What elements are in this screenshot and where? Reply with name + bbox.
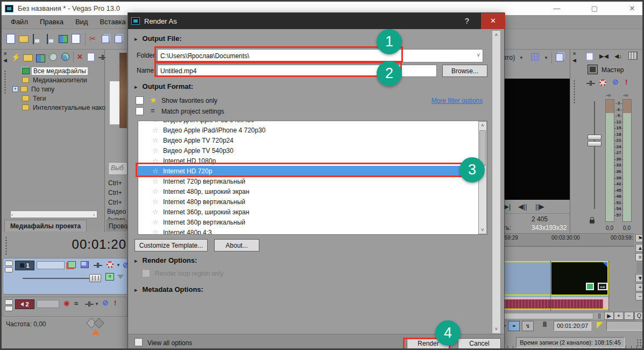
audio-track-header[interactable]: 2 ◉ ≈ ▼ ⊘ ! xyxy=(3,297,128,317)
render-as-icon[interactable] xyxy=(59,35,68,43)
previous-frame-icon[interactable]: ◀|| xyxy=(518,202,527,211)
master-bus-icon[interactable] xyxy=(588,65,598,74)
import-media-icon[interactable] xyxy=(23,54,33,61)
scroll-left-icon[interactable]: ‹ xyxy=(11,212,13,218)
arm-record-icon[interactable]: ◉ xyxy=(63,299,69,307)
preview-quality-dropdown-icon[interactable]: ▼ xyxy=(519,55,523,60)
favorite-star-icon[interactable]: ☆ xyxy=(152,177,163,185)
rate-control-icon[interactable] xyxy=(94,318,104,328)
bus-solo-icon[interactable]: ! xyxy=(625,78,627,86)
dialog-help-button[interactable]: ? xyxy=(456,13,478,29)
tree-item[interactable]: Интеллектуальные нако xyxy=(8,103,103,112)
track-composite-icon[interactable] xyxy=(81,261,89,268)
render-options-header[interactable]: Render Options: xyxy=(135,256,197,264)
menu-item[interactable]: Файл xyxy=(5,18,34,26)
solo-exclaim-icon[interactable]: ! xyxy=(114,299,116,307)
template-item[interactable]: ☆Internet 480p, широкий экран xyxy=(138,186,487,197)
panel-close-icon[interactable]: ✕ xyxy=(3,52,8,57)
grid-overlay-icon[interactable] xyxy=(531,53,539,61)
customize-template-button[interactable]: Customize Template... xyxy=(135,239,208,251)
view-all-options-label[interactable]: View all options xyxy=(147,339,192,347)
save-icon[interactable] xyxy=(33,34,34,44)
bus-fx-icon[interactable] xyxy=(586,81,595,86)
event-pan-crop-icon[interactable] xyxy=(586,283,594,290)
marker-triangle-icon[interactable] xyxy=(597,322,603,328)
media-properties-icon[interactable] xyxy=(87,53,95,61)
scroll-up-icon[interactable]: ˄ xyxy=(492,32,500,38)
panel-pin-icon[interactable]: ◀ xyxy=(3,58,7,63)
favorite-star-icon[interactable]: ☆ xyxy=(152,126,163,134)
zoom-tool-icon[interactable]: Q xyxy=(634,312,644,320)
fader-handle[interactable] xyxy=(588,135,601,148)
view-all-options-checkbox[interactable] xyxy=(135,338,143,346)
favorite-star-icon[interactable]: ☆ xyxy=(152,198,163,206)
close-button[interactable]: ✕ xyxy=(623,3,641,14)
restore-track-icon[interactable] xyxy=(5,306,13,311)
panel-drag-handle[interactable] xyxy=(4,70,7,95)
mixer-properties-icon[interactable] xyxy=(586,53,593,60)
zoom-out-time-icon[interactable]: − xyxy=(624,312,634,320)
panel-close-icon[interactable]: ✕ xyxy=(572,52,577,57)
template-list[interactable]: ☆Видео для Apple iPod 640x480☆Видео Appl… xyxy=(138,121,487,235)
maximize-button[interactable]: ▢ xyxy=(585,3,604,14)
show-favorites-label[interactable]: Show favorites only xyxy=(161,97,217,104)
new-project-icon[interactable] xyxy=(6,34,15,44)
media-hscrollbar[interactable] xyxy=(10,211,97,218)
template-item[interactable]: ☆Internet 480p вертикальный xyxy=(138,197,487,207)
next-frame-icon[interactable]: ||▶ xyxy=(535,202,544,211)
record-mic-icon[interactable] xyxy=(543,321,547,327)
automation-dropdown-icon[interactable]: ▼ xyxy=(116,263,121,268)
scroll-up-icon[interactable]: ▲ xyxy=(635,244,644,252)
template-item[interactable]: ☆Internet 720p вертикальный xyxy=(138,176,487,186)
downmix-icon[interactable]: ▶◀ xyxy=(599,53,608,60)
tab-project-media[interactable]: Медиафайлы проекта xyxy=(4,220,87,232)
show-favorites-checkbox[interactable] xyxy=(136,96,144,104)
vscroll-track[interactable] xyxy=(636,262,644,273)
vscroll-thumb[interactable]: ≡ xyxy=(635,253,644,261)
timeline-drag-handle[interactable] xyxy=(5,236,8,255)
panel-drag-handle[interactable] xyxy=(573,80,576,104)
scroll-right-icon[interactable]: › xyxy=(93,212,95,218)
auto-preview-icon[interactable]: ⚡ xyxy=(11,53,20,61)
timeline-ruler[interactable]: :59:2900:03:30:0000:03:59: xyxy=(502,233,634,247)
remove-media-icon[interactable]: ✕ xyxy=(77,53,83,61)
zoom-out-track-icon[interactable]: − xyxy=(635,292,644,300)
zoom-in-track-icon[interactable]: + xyxy=(635,283,644,291)
rate-marker-icon[interactable] xyxy=(92,329,100,335)
copy-snapshot-icon[interactable] xyxy=(556,53,563,61)
hscroll-thumb[interactable] xyxy=(503,313,593,319)
overlay-dropdown-icon[interactable]: ▼ xyxy=(544,55,548,60)
track1-name-field[interactable] xyxy=(37,261,65,269)
video-event[interactable]: ⊶ xyxy=(503,261,608,296)
extract-audio-icon[interactable] xyxy=(49,53,57,61)
minimize-track-icon[interactable] xyxy=(5,299,13,305)
envelope-icon[interactable]: ≈ xyxy=(74,299,78,307)
tree-item[interactable]: Все медиафайлы xyxy=(8,66,103,75)
combo-arrow-icon[interactable]: ˅ xyxy=(477,52,480,58)
favorite-star-icon[interactable]: ☆ xyxy=(152,187,163,195)
get-media-web-icon[interactable] xyxy=(61,53,69,61)
audio-event[interactable] xyxy=(503,297,608,310)
open-project-icon[interactable] xyxy=(19,36,29,43)
track-fx-icon[interactable] xyxy=(94,263,102,268)
tree-item[interactable]: Теги xyxy=(8,94,103,103)
scroll-up-icon[interactable]: ˄ xyxy=(479,123,486,128)
marker-tool-icon[interactable]: ⚑ xyxy=(635,234,644,242)
track-mute-icon[interactable]: ⊘ xyxy=(102,298,109,307)
bypass-motion-blur-icon[interactable] xyxy=(68,261,76,268)
cut-icon[interactable]: ✂ xyxy=(89,34,96,44)
auto-ripple-icon[interactable]: ↯ xyxy=(522,321,534,331)
video-track-header[interactable]: 1 ▼ ⊘ α xyxy=(3,258,128,295)
fx-dropdown-icon[interactable]: ▼ xyxy=(95,302,99,306)
selection-timecode-field[interactable]: 00:01:20;07 xyxy=(554,321,591,331)
expand-plus-icon[interactable]: + xyxy=(12,86,18,92)
save-as-icon[interactable] xyxy=(47,34,48,44)
minimize-button[interactable]: — xyxy=(548,3,566,14)
go-to-end-icon[interactable]: ▶| xyxy=(504,202,511,211)
favorite-star-icon[interactable]: ☆ xyxy=(152,146,163,155)
resize-grip[interactable] xyxy=(636,339,643,346)
dialog-scrollbar[interactable]: ˄ ˅ xyxy=(492,30,501,334)
tree-item[interactable]: +По типу xyxy=(8,85,103,94)
template-item[interactable]: ☆Видео Apple TV 720p24 xyxy=(138,135,487,145)
scroll-down-icon[interactable]: ▼ xyxy=(635,274,644,282)
